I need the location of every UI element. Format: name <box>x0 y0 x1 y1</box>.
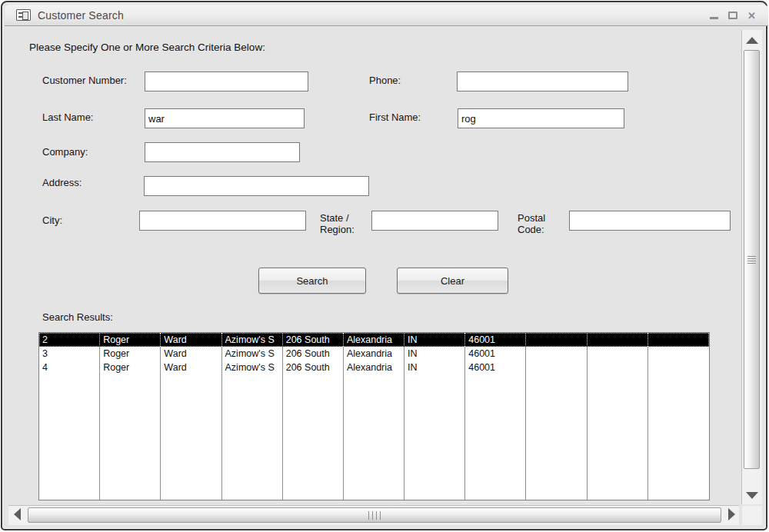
result-row[interactable]: 3RogerWardAzimow's S206 SouthAlexandriaI… <box>39 347 709 361</box>
company-label: Company: <box>42 146 88 158</box>
phone-input[interactable] <box>457 71 628 91</box>
window-frame: Customer Search ✕ Please Specify One or … <box>1 1 767 530</box>
result-cell: 206 South <box>283 347 344 361</box>
result-cell: Ward <box>161 361 221 374</box>
scroll-down-icon[interactable] <box>746 492 758 499</box>
state-region-label: State / Region: <box>320 212 355 235</box>
result-cell: IN <box>404 333 465 347</box>
search-results-label: Search Results: <box>42 311 113 323</box>
minimize-icon[interactable] <box>710 17 718 19</box>
result-cell <box>588 347 648 361</box>
result-cell: 206 South <box>283 333 344 347</box>
window-controls: ✕ <box>710 5 756 26</box>
city-input[interactable] <box>139 211 306 231</box>
vertical-scrollbar-thumb[interactable] <box>744 50 760 469</box>
result-cell: Ward <box>161 347 221 361</box>
result-cell <box>648 347 709 361</box>
last-name-label: Last Name: <box>42 111 93 123</box>
customer-search-window: Customer Search ✕ Please Specify One or … <box>0 0 769 532</box>
result-cell: Azimow's S <box>222 361 283 374</box>
results-rows: 2RogerWardAzimow's S206 SouthAlexandriaI… <box>39 333 709 500</box>
result-cell: 4 <box>39 361 100 374</box>
result-cell: IN <box>404 361 465 374</box>
scroll-up-icon[interactable] <box>746 37 758 44</box>
result-cell: Azimow's S <box>222 347 283 361</box>
result-row[interactable]: 2RogerWardAzimow's S206 SouthAlexandriaI… <box>39 333 709 347</box>
company-input[interactable] <box>145 142 300 162</box>
customer-number-input[interactable] <box>145 71 308 91</box>
state-region-input[interactable] <box>371 211 498 231</box>
result-cell: 46001 <box>465 361 526 374</box>
city-label: City: <box>42 214 62 226</box>
result-cell: 206 South <box>283 361 344 374</box>
postal-code-input[interactable] <box>569 211 731 231</box>
result-cell: 46001 <box>465 347 526 361</box>
result-cell <box>648 333 709 347</box>
window-title: Customer Search <box>38 9 124 22</box>
address-input[interactable] <box>144 176 369 196</box>
scroll-left-icon[interactable] <box>14 508 21 520</box>
address-label: Address: <box>42 177 82 188</box>
result-cell <box>526 333 587 347</box>
result-row[interactable]: 4RogerWardAzimow's S206 SouthAlexandriaI… <box>39 361 709 374</box>
result-cell: Alexandria <box>344 361 404 374</box>
restore-icon[interactable] <box>728 12 737 19</box>
result-cell: Roger <box>100 333 161 347</box>
horizontal-scrollbar-thumb[interactable] <box>28 507 721 523</box>
result-cell: 2 <box>39 333 100 347</box>
instructions-text: Please Specify One or More Search Criter… <box>29 42 265 53</box>
first-name-input[interactable] <box>458 108 624 128</box>
result-cell: IN <box>404 347 465 361</box>
result-cell: Alexandria <box>344 347 404 361</box>
phone-label: Phone: <box>369 75 401 86</box>
scroll-right-icon[interactable] <box>728 508 735 520</box>
clear-button[interactable]: Clear <box>397 268 508 294</box>
search-results-listbox[interactable]: 2RogerWardAzimow's S206 SouthAlexandriaI… <box>38 332 710 500</box>
postal-code-label: Postal Code: <box>518 212 545 235</box>
result-cell <box>526 361 587 374</box>
result-cell: Azimow's S <box>222 333 283 347</box>
result-cell: 46001 <box>465 333 526 347</box>
result-cell <box>526 347 587 361</box>
result-cell: Ward <box>161 333 221 347</box>
result-cell: Alexandria <box>344 333 404 347</box>
close-icon[interactable]: ✕ <box>747 11 756 21</box>
scrollbar-corner <box>742 506 762 525</box>
result-cell: Roger <box>100 361 161 374</box>
first-name-label: First Name: <box>369 111 421 123</box>
result-cell <box>588 333 648 347</box>
search-button[interactable]: Search <box>258 268 366 294</box>
last-name-input[interactable] <box>145 108 305 128</box>
customer-number-label: Customer Number: <box>42 75 127 86</box>
form-icon <box>16 9 31 21</box>
result-cell: Roger <box>100 347 161 361</box>
result-cell <box>588 361 648 374</box>
result-cell: 3 <box>39 347 100 361</box>
vertical-thumb-gripper-icon <box>747 254 756 265</box>
title-bar[interactable]: Customer Search ✕ <box>5 5 768 26</box>
result-cell <box>648 361 709 374</box>
horizontal-thumb-gripper-icon <box>367 511 382 520</box>
